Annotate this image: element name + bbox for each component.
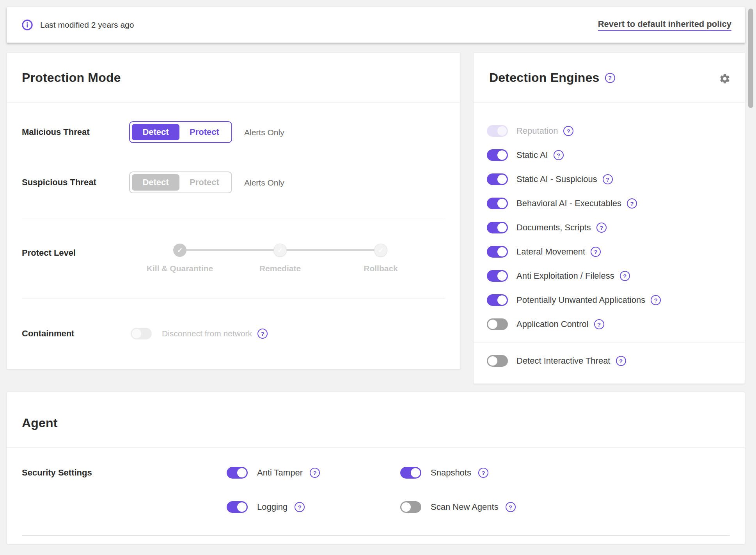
detect-button[interactable]: Detect: [132, 124, 179, 140]
detection-engines-card: Detection Engines ? Reputation ? Static …: [473, 52, 745, 384]
engine-row-application-control: Application Control ?: [487, 314, 604, 335]
divider: [474, 343, 745, 343]
revert-to-default-link[interactable]: Revert to default inherited policy: [598, 19, 731, 31]
security-settings-label: Security Settings: [22, 468, 92, 478]
divider: [7, 103, 460, 103]
engine-label: Anti Exploitation / Fileless: [516, 271, 614, 281]
check-icon: ✓: [277, 246, 283, 255]
malicious-threat-label: Malicious Threat: [22, 127, 90, 137]
help-icon[interactable]: ?: [591, 247, 601, 257]
anti-tamper-toggle[interactable]: [227, 467, 248, 479]
engine-row-static-ai-suspicious: Static AI - Suspicious ?: [487, 169, 613, 190]
containment-row: Disconnect from network ?: [131, 328, 268, 339]
malicious-threat-mode-control: Detect Protect: [129, 121, 232, 143]
help-icon[interactable]: ?: [616, 356, 626, 366]
disconnect-from-network-toggle[interactable]: [131, 328, 152, 339]
divider: [474, 103, 745, 103]
engine-label: Lateral Movement: [516, 247, 585, 257]
slider-step-kill-quarantine[interactable]: ✓: [173, 244, 186, 257]
info-icon: [22, 19, 33, 30]
engine-label: Static AI - Suspicious: [516, 174, 597, 184]
static-ai-toggle[interactable]: [487, 149, 508, 161]
help-icon[interactable]: ?: [563, 126, 573, 136]
divider: [22, 299, 445, 299]
containment-label: Containment: [22, 329, 74, 339]
detect-button[interactable]: Detect: [132, 174, 179, 191]
reputation-toggle[interactable]: [487, 125, 508, 137]
help-icon[interactable]: ?: [627, 198, 637, 209]
detect-interactive-threat-toggle[interactable]: [487, 355, 508, 367]
agent-setting-anti-tamper: Anti Tamper ?: [227, 467, 320, 479]
help-icon[interactable]: ?: [651, 295, 661, 305]
step-label-kill-quarantine: Kill & Quarantine: [147, 264, 213, 273]
engine-label: Detect Interactive Threat: [516, 356, 610, 366]
agent-setting-logging: Logging ?: [227, 501, 305, 513]
protection-mode-title: Protection Mode: [22, 71, 121, 85]
potentially-unwanted-applications-toggle[interactable]: [487, 294, 508, 306]
engine-row-static-ai: Static AI ?: [487, 145, 564, 166]
application-control-toggle[interactable]: [487, 318, 508, 330]
setting-label: Snapshots: [431, 468, 471, 478]
help-icon[interactable]: ?: [295, 502, 305, 512]
help-icon[interactable]: ?: [603, 174, 613, 184]
anti-exploitation-fileless-toggle[interactable]: [487, 270, 508, 282]
protect-button[interactable]: Protect: [179, 124, 229, 140]
protect-level-label: Protect Level: [22, 248, 76, 258]
help-icon[interactable]: ?: [554, 150, 564, 160]
check-icon: ✓: [177, 246, 183, 255]
policy-status-bar: Last modified 2 years ago Revert to defa…: [7, 7, 745, 43]
engine-row-anti-exploitation-fileless: Anti Exploitation / Fileless ?: [487, 265, 630, 286]
engine-row-behavioral-ai-executables: Behavioral AI - Executables ?: [487, 193, 637, 214]
engine-row-documents-scripts: Documents, Scripts ?: [487, 217, 607, 238]
slider-step-remediate[interactable]: ✓: [273, 244, 287, 257]
engine-row-lateral-movement: Lateral Movement ?: [487, 241, 601, 262]
help-icon[interactable]: ?: [478, 468, 488, 478]
engine-row-reputation: Reputation ?: [487, 120, 573, 141]
static-ai-suspicious-toggle[interactable]: [487, 173, 508, 185]
lateral-movement-toggle[interactable]: [487, 246, 508, 258]
slider-step-rollback[interactable]: ✓: [374, 244, 387, 257]
malicious-alerts-only-text: Alerts Only: [244, 128, 284, 137]
detection-engines-title-text: Detection Engines: [489, 71, 600, 85]
help-icon[interactable]: ?: [506, 502, 516, 512]
help-icon[interactable]: ?: [257, 329, 268, 339]
help-icon[interactable]: ?: [620, 271, 630, 281]
engine-label: Static AI: [516, 150, 548, 160]
scan-new-agents-toggle[interactable]: [400, 501, 421, 513]
agent-setting-scan-new-agents: Scan New Agents ?: [400, 501, 516, 513]
agent-setting-snapshots: Snapshots ?: [400, 467, 488, 479]
help-icon[interactable]: ?: [594, 319, 604, 329]
engine-label: Potentially Unwanted Applications: [516, 295, 645, 305]
protect-button[interactable]: Protect: [179, 174, 229, 191]
behavioral-ai-executables-toggle[interactable]: [487, 198, 508, 209]
divider: [22, 535, 730, 536]
detection-engines-title: Detection Engines ?: [489, 71, 615, 85]
step-label-remediate: Remediate: [259, 264, 301, 273]
vertical-scrollbar-thumb[interactable]: [748, 9, 753, 108]
agent-card: Agent Security Settings Anti Tamper ? Sn…: [7, 392, 745, 544]
logging-toggle[interactable]: [227, 501, 248, 513]
engine-label: Behavioral AI - Executables: [516, 198, 621, 209]
step-label-rollback: Rollback: [364, 264, 398, 273]
engine-label: Reputation: [516, 126, 558, 136]
gear-icon[interactable]: [719, 73, 731, 85]
engine-row-potentially-unwanted-applications: Potentially Unwanted Applications ?: [487, 290, 661, 311]
help-icon[interactable]: ?: [605, 73, 615, 83]
documents-scripts-toggle[interactable]: [487, 222, 508, 233]
divider: [7, 447, 745, 448]
snapshots-toggle[interactable]: [400, 467, 421, 479]
last-modified-text: Last modified 2 years ago: [40, 20, 134, 30]
protection-mode-card: Protection Mode Malicious Threat Detect …: [7, 52, 460, 369]
setting-label: Logging: [257, 502, 287, 512]
check-icon: ✓: [378, 246, 383, 255]
disconnect-from-network-label: Disconnect from network: [162, 329, 252, 338]
last-modified-group: Last modified 2 years ago: [22, 7, 134, 42]
help-icon[interactable]: ?: [310, 468, 320, 478]
agent-title: Agent: [22, 416, 58, 430]
setting-label: Anti Tamper: [257, 468, 303, 478]
engine-row-detect-interactive-threat: Detect Interactive Threat ?: [487, 350, 626, 371]
help-icon[interactable]: ?: [596, 223, 607, 233]
setting-label: Scan New Agents: [431, 502, 499, 512]
suspicious-alerts-only-text: Alerts Only: [244, 178, 284, 187]
divider: [22, 219, 445, 219]
